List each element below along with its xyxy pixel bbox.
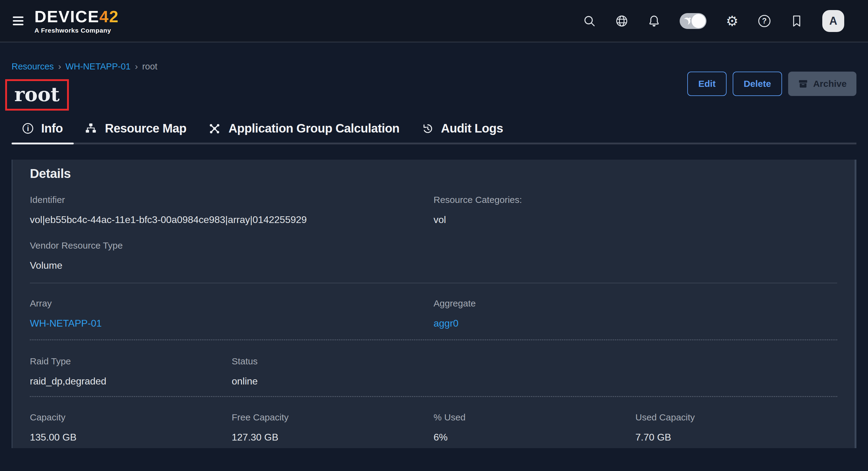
tab-application-group-calculation[interactable]: Application Group Calculation (197, 116, 410, 143)
tab-audit-logs[interactable]: Audit Logs (410, 116, 514, 143)
breadcrumb-device[interactable]: WH-NETAPP-01 (65, 62, 131, 72)
device42-logo[interactable]: DEVICE42 A Freshworks Company (34, 8, 119, 33)
field-label: Resource Categories: (434, 194, 636, 205)
field-value: Volume (30, 259, 434, 272)
logo-tagline: A Freshworks Company (34, 27, 111, 33)
field-label: Identifier (30, 194, 434, 205)
field-identifier: Identifier vol|eb55bc4c-44ac-11e1-bfc3-0… (30, 194, 434, 226)
tab-bar: i Info Resource Map (11, 116, 857, 145)
field-value: 7.70 GB (636, 431, 837, 443)
details-panel: Details Identifier vol|eb55bc4c-44ac-11e… (11, 160, 857, 448)
field-raid-type: Raid Type raid_dp,degraded (30, 356, 231, 387)
field-label: Aggregate (434, 298, 636, 309)
field-resource-categories: Resource Categories: vol (434, 194, 636, 226)
app: DEVICE42 A Freshworks Company (0, 0, 868, 471)
archive-button[interactable]: Archive (788, 72, 857, 96)
sparkle-icon: ✦ (688, 16, 691, 21)
field-value: raid_dp,degraded (30, 375, 231, 387)
field-aggregate: Aggregate aggr0 (434, 298, 636, 329)
page-title: root (14, 84, 60, 104)
field-label: Array (30, 298, 434, 309)
app-group-icon (209, 123, 221, 135)
dotted-divider (30, 339, 837, 340)
details-row: Array WH-NETAPP-01 Aggregate aggr0 (30, 298, 837, 329)
edit-button[interactable]: Edit (687, 72, 726, 96)
field-label: Status (231, 356, 433, 367)
annotation-highlight-box: root (5, 79, 69, 111)
tab-info[interactable]: i Info (11, 116, 74, 143)
gear-icon[interactable]: ⚙ (725, 14, 739, 28)
breadcrumb-current: root (142, 62, 157, 72)
field-label: % Used (434, 412, 636, 423)
divider (30, 283, 837, 283)
avatar[interactable]: A (822, 10, 844, 32)
nav-left: DEVICE42 A Freshworks Company (12, 8, 119, 33)
archive-icon (798, 78, 808, 89)
breadcrumb: Resources › WH-NETAPP-01 › root (11, 61, 857, 72)
tab-label: Application Group Calculation (228, 122, 400, 135)
field-label: Capacity (30, 412, 231, 423)
field-label: Vendor Resource Type (30, 240, 434, 251)
field-label: Raid Type (30, 356, 231, 367)
details-row: Identifier vol|eb55bc4c-44ac-11e1-bfc3-0… (30, 194, 837, 226)
field-label: Used Capacity (636, 412, 837, 423)
logo-wordmark: DEVICE42 (34, 8, 119, 25)
breadcrumb-separator-icon: › (58, 61, 61, 72)
field-free-capacity: Free Capacity 127.30 GB (231, 412, 433, 443)
theme-toggle[interactable]: ✦ (680, 13, 707, 29)
title-row: root Edit Delete Archive (5, 72, 857, 111)
tab-resource-map[interactable]: Resource Map (74, 116, 197, 143)
archive-button-label: Archive (813, 78, 847, 89)
delete-button[interactable]: Delete (733, 72, 782, 96)
field-label: Free Capacity (231, 412, 433, 423)
info-icon: i (23, 123, 33, 134)
details-row: Capacity 135.00 GB Free Capacity 127.30 … (30, 412, 837, 443)
field-vendor-resource-type: Vendor Resource Type Volume (30, 240, 434, 272)
breadcrumb-resources[interactable]: Resources (11, 62, 54, 72)
help-icon[interactable]: ? (758, 14, 771, 28)
field-status: Status online (231, 356, 433, 387)
aggregate-link[interactable]: aggr0 (434, 317, 636, 329)
field-value: vol (434, 214, 636, 226)
field-value: 127.30 GB (231, 431, 433, 443)
toggle-knob (691, 14, 706, 28)
tab-label: Resource Map (105, 122, 186, 135)
field-used-capacity: Used Capacity 7.70 GB (636, 412, 837, 443)
field-percent-used: % Used 6% (434, 412, 636, 443)
field-value: vol|eb55bc4c-44ac-11e1-bfc3-00a0984ce983… (30, 214, 434, 226)
dotted-divider (30, 396, 837, 397)
sitemap-icon (85, 123, 97, 135)
bookmark-icon[interactable] (790, 14, 803, 28)
search-icon[interactable] (583, 14, 596, 28)
logo-accent: 42 (99, 7, 119, 26)
array-link[interactable]: WH-NETAPP-01 (30, 317, 434, 329)
details-row: Raid Type raid_dp,degraded Status online (30, 356, 837, 387)
field-array: Array WH-NETAPP-01 (30, 298, 434, 329)
details-row: Vendor Resource Type Volume (30, 240, 837, 272)
globe-icon[interactable] (615, 14, 628, 28)
tab-label: Info (41, 122, 63, 135)
top-nav: DEVICE42 A Freshworks Company (0, 0, 868, 42)
breadcrumb-separator-icon: › (135, 61, 138, 72)
hamburger-icon[interactable] (12, 14, 24, 27)
field-value: 135.00 GB (30, 431, 231, 443)
bell-icon[interactable] (647, 14, 661, 28)
action-buttons: Edit Delete Archive (687, 72, 857, 96)
field-value: online (231, 375, 433, 387)
nav-right: ✦ ⚙ ? A (583, 10, 844, 32)
field-capacity: Capacity 135.00 GB (30, 412, 231, 443)
field-value: 6% (434, 431, 636, 443)
tab-label: Audit Logs (441, 122, 503, 135)
details-heading: Details (30, 166, 837, 181)
history-icon (422, 123, 433, 134)
